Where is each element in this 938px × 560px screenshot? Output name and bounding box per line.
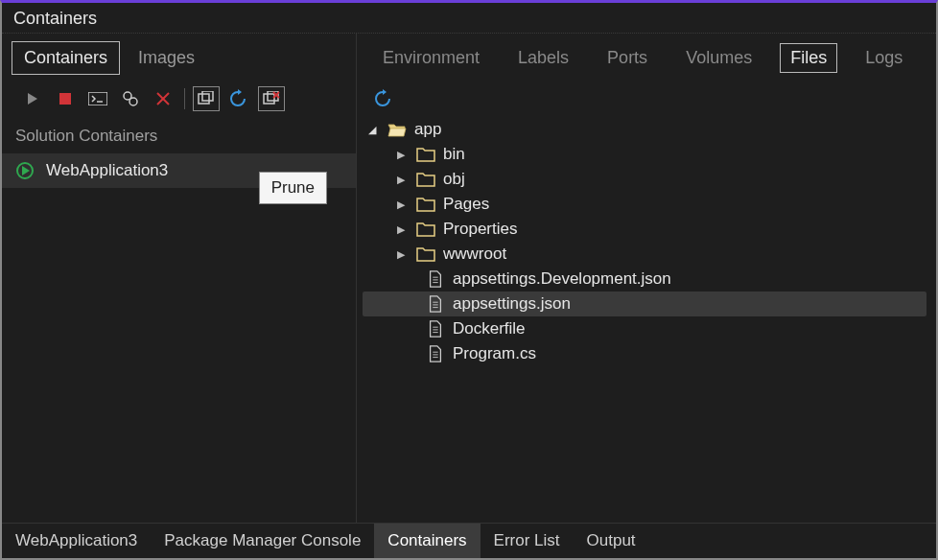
tab-ports[interactable]: Ports <box>597 43 658 73</box>
tree-folder[interactable]: ▶ Pages <box>363 192 926 217</box>
bottom-tab-strip: WebApplication3 Package Manager Console … <box>2 523 936 558</box>
tab-containers[interactable]: Containers <box>12 41 120 75</box>
file-tree: ◢ app ▶ bin ▶ obj ▶ Pages <box>357 115 936 523</box>
detail-tab-strip: Environment Labels Ports Volumes Files L… <box>357 34 936 81</box>
tree-folder[interactable]: ▶ wwwroot <box>363 242 926 267</box>
delete-button[interactable] <box>150 86 176 111</box>
folder-icon <box>416 196 435 213</box>
expander-icon[interactable]: ▶ <box>397 248 409 261</box>
tree-label: Program.cs <box>453 344 536 363</box>
tab-files[interactable]: Files <box>780 43 837 73</box>
svg-marker-0 <box>28 93 37 105</box>
prune-icon <box>263 91 280 106</box>
prune-button[interactable] <box>258 86 285 111</box>
details-panel: Environment Labels Ports Volumes Files L… <box>357 34 936 523</box>
terminal-button[interactable] <box>84 86 111 111</box>
tree-file[interactable]: Program.cs <box>363 341 926 366</box>
containers-sidebar: Containers Images <box>2 34 357 523</box>
file-icon <box>426 270 445 288</box>
folder-open-icon <box>387 121 407 138</box>
tree-file[interactable]: appsettings.Development.json <box>363 267 926 292</box>
prune-tooltip: Prune <box>259 172 327 204</box>
tab-labels[interactable]: Labels <box>507 43 579 73</box>
running-status-icon <box>15 161 35 180</box>
folder-icon <box>416 171 435 188</box>
x-icon <box>155 91 171 106</box>
files-toolbar <box>357 81 936 115</box>
tab-logs[interactable]: Logs <box>855 43 913 73</box>
bottom-tab-webapp[interactable]: WebApplication3 <box>2 524 151 558</box>
folder-icon <box>416 245 435 263</box>
tree-file[interactable]: appsettings.json <box>363 292 926 316</box>
tree-label: app <box>414 120 441 139</box>
toolbar-separator <box>184 88 185 109</box>
tree-label: appsettings.Development.json <box>453 269 671 289</box>
tree-label: Properties <box>443 220 517 239</box>
windows-button[interactable] <box>193 86 220 111</box>
svg-marker-10 <box>238 89 242 95</box>
refresh-button[interactable] <box>225 86 252 111</box>
svg-marker-16 <box>22 166 30 175</box>
bottom-tab-pmc[interactable]: Package Manager Console <box>151 524 374 558</box>
tree-file[interactable]: Dockerfile <box>363 316 926 341</box>
left-toolbar <box>2 82 356 119</box>
file-icon <box>426 345 445 362</box>
refresh-icon <box>229 89 248 108</box>
svg-marker-17 <box>383 89 387 95</box>
expander-icon[interactable]: ▶ <box>397 223 409 236</box>
expander-icon[interactable]: ◢ <box>368 124 380 136</box>
svg-rect-11 <box>264 94 274 104</box>
windows-icon <box>198 91 215 106</box>
tree-folder[interactable]: ▶ obj <box>363 167 926 192</box>
svg-rect-1 <box>59 93 71 105</box>
tree-label: wwwroot <box>443 245 506 264</box>
expander-icon[interactable]: ▶ <box>397 174 409 186</box>
gear-icon <box>122 90 139 107</box>
refresh-icon <box>374 89 393 108</box>
expander-icon[interactable]: ▶ <box>397 149 409 161</box>
play-icon <box>25 91 40 106</box>
svg-rect-8 <box>199 94 209 104</box>
folder-icon <box>416 221 435 238</box>
tree-label: bin <box>443 145 465 164</box>
solution-containers-label: Solution Containers <box>2 119 356 153</box>
files-refresh-button[interactable] <box>370 86 397 111</box>
tree-label: Pages <box>443 195 489 214</box>
tree-label: obj <box>443 170 465 189</box>
tree-folder[interactable]: ▶ Properties <box>363 217 926 242</box>
tab-environment[interactable]: Environment <box>372 43 490 73</box>
bottom-tab-output[interactable]: Output <box>574 524 649 558</box>
container-item-label: WebApplication3 <box>46 161 168 180</box>
tree-label: Dockerfile <box>453 319 526 338</box>
tree-folder[interactable]: ▶ bin <box>363 142 926 167</box>
tree-label: appsettings.json <box>453 294 571 314</box>
tab-volumes[interactable]: Volumes <box>675 43 762 73</box>
svg-point-5 <box>129 98 137 105</box>
file-icon <box>426 320 445 338</box>
bottom-tab-containers[interactable]: Containers <box>374 524 480 558</box>
stop-icon <box>59 92 72 105</box>
start-button[interactable] <box>19 86 46 111</box>
stop-button[interactable] <box>52 86 79 111</box>
tab-images[interactable]: Images <box>126 41 207 75</box>
svg-rect-2 <box>88 92 107 105</box>
svg-rect-9 <box>202 91 213 101</box>
file-icon <box>426 295 445 313</box>
left-tab-strip: Containers Images <box>2 34 356 82</box>
settings-button[interactable] <box>117 86 144 111</box>
terminal-icon <box>88 92 107 105</box>
expander-icon[interactable]: ▶ <box>397 198 409 211</box>
folder-icon <box>416 146 435 163</box>
panel-title: Containers <box>2 3 936 34</box>
tree-folder-app[interactable]: ◢ app <box>363 117 926 142</box>
bottom-tab-errorlist[interactable]: Error List <box>481 524 574 558</box>
